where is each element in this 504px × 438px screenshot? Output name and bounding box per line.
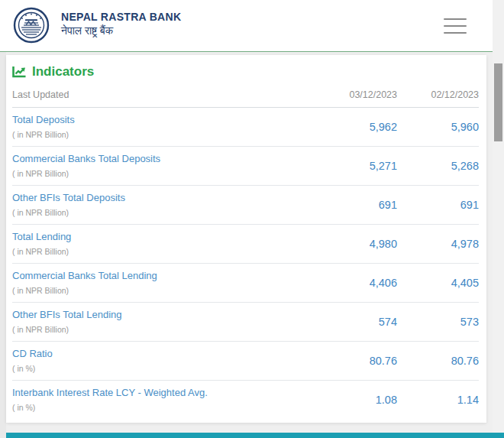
indicator-value-current: 80.76 xyxy=(315,355,397,367)
indicator-unit: ( in %) xyxy=(12,364,315,373)
indicator-label: Interbank Interest Rate LCY - Weighted A… xyxy=(12,387,315,399)
indicator-value-current: 4,980 xyxy=(315,238,397,250)
indicator-label: Commercial Banks Total Deposits xyxy=(12,153,315,165)
page-left-gutter xyxy=(0,52,6,438)
indicator-label: Commercial Banks Total Lending xyxy=(12,270,315,282)
indicator-value-previous: 573 xyxy=(397,316,479,328)
date-column-current: 03/12/2023 xyxy=(315,89,397,100)
table-row: Total Lending ( in NPR Billion) 4,980 4,… xyxy=(12,225,479,264)
indicator-value-current: 5,962 xyxy=(315,121,397,133)
brand-name-english: NEPAL RASTRA BANK xyxy=(61,10,181,24)
table-header-row: Last Updated 03/12/2023 02/12/2023 xyxy=(12,89,479,108)
brand-text[interactable]: NEPAL RASTRA BANK नेपाल राष्ट्र बैंक xyxy=(61,10,181,38)
indicator-value-current: 1.08 xyxy=(315,394,397,406)
indicator-label: Other BFIs Total Lending xyxy=(12,309,315,321)
scrollbar-track[interactable] xyxy=(493,0,504,438)
indicator-value-current: 574 xyxy=(315,316,397,328)
indicator-value-previous: 80.76 xyxy=(397,355,479,367)
indicators-heading: Indicators xyxy=(12,64,479,79)
indicator-unit: ( in NPR Billion) xyxy=(12,169,315,178)
indicator-value-previous: 4,405 xyxy=(397,277,479,289)
indicator-value-previous: 4,978 xyxy=(397,238,479,250)
table-row: Other BFIs Total Lending ( in NPR Billio… xyxy=(12,303,479,342)
indicator-value-previous: 691 xyxy=(397,199,479,211)
table-row: Commercial Banks Total Lending ( in NPR … xyxy=(12,264,479,303)
indicator-label: Other BFIs Total Deposits xyxy=(12,192,315,204)
indicator-label: Total Deposits xyxy=(12,114,315,126)
nrb-seal-icon[interactable] xyxy=(13,7,50,44)
indicator-value-previous: 5,960 xyxy=(397,121,479,133)
indicator-unit: ( in NPR Billion) xyxy=(12,130,315,139)
indicator-unit: ( in %) xyxy=(12,403,315,412)
table-row: Interbank Interest Rate LCY - Weighted A… xyxy=(12,381,479,419)
chart-line-icon xyxy=(12,66,27,79)
indicator-label: Total Lending xyxy=(12,231,315,243)
indicator-value-previous: 5,268 xyxy=(397,160,479,172)
scrollbar-thumb[interactable] xyxy=(494,63,502,141)
table-row: Other BFIs Total Deposits ( in NPR Billi… xyxy=(12,186,479,225)
indicators-card: Indicators Last Updated 03/12/2023 02/12… xyxy=(6,55,486,423)
table-row: Commercial Banks Total Deposits ( in NPR… xyxy=(12,147,479,186)
indicator-unit: ( in NPR Billion) xyxy=(12,286,315,295)
footer-accent-bar xyxy=(6,433,504,438)
indicator-value-current: 691 xyxy=(315,199,397,211)
indicator-value-current: 5,271 xyxy=(315,160,397,172)
hamburger-menu-icon[interactable] xyxy=(444,18,467,35)
indicator-label: CD Ratio xyxy=(12,348,315,360)
indicators-title: Indicators xyxy=(32,64,94,79)
site-header: NEPAL RASTRA BANK नेपाल राष्ट्र बैंक xyxy=(0,0,493,52)
indicator-unit: ( in NPR Billion) xyxy=(12,325,315,334)
table-row: CD Ratio ( in %) 80.76 80.76 xyxy=(12,342,479,381)
indicator-unit: ( in NPR Billion) xyxy=(12,247,315,256)
brand-name-nepali: नेपाल राष्ट्र बैंक xyxy=(61,24,181,38)
indicator-unit: ( in NPR Billion) xyxy=(12,208,315,217)
date-column-previous: 02/12/2023 xyxy=(397,89,479,100)
table-row: Total Deposits ( in NPR Billion) 5,962 5… xyxy=(12,108,479,147)
indicator-value-current: 4,406 xyxy=(315,277,397,289)
indicator-value-previous: 1.14 xyxy=(397,394,479,406)
last-updated-label: Last Updated xyxy=(12,89,315,100)
